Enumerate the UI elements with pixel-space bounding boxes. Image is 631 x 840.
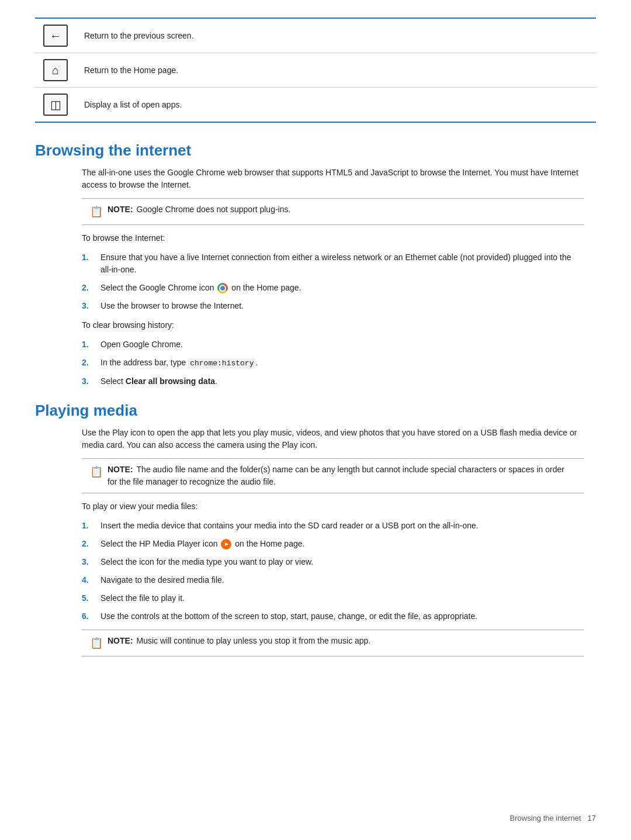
table-row: ⌂ Return to the Home page. bbox=[35, 53, 596, 88]
step-text: Open Google Chrome. bbox=[100, 338, 183, 351]
list-item: 2. In the address bar, type chrome:histo… bbox=[82, 357, 584, 369]
table-row: ◫ Display a list of open apps. bbox=[35, 88, 596, 123]
list-item: 2. Select the HP Media Player icon on th… bbox=[82, 538, 584, 550]
step-text: Insert the media device that contains yo… bbox=[100, 520, 479, 532]
step-number: 5. bbox=[82, 592, 95, 604]
list-item: 1. Ensure that you have a live Internet … bbox=[82, 251, 584, 276]
step-number: 1. bbox=[82, 520, 95, 532]
open-apps-icon: ◫ bbox=[43, 94, 68, 116]
icon-cell-back: ← bbox=[35, 18, 76, 53]
page: ← Return to the previous screen. ⌂ Retur… bbox=[0, 0, 631, 840]
note-icon: 📋 bbox=[90, 204, 103, 220]
step-number: 3. bbox=[82, 375, 95, 388]
note-content: NOTE:Music will continue to play unless … bbox=[108, 635, 370, 647]
browsing-section: Browsing the internet The all-in-one use… bbox=[35, 141, 596, 388]
note-label: NOTE: bbox=[108, 636, 133, 645]
playing-content: Use the Play icon to open the app that l… bbox=[35, 427, 596, 656]
playing-note2: 📋 NOTE:Music will continue to play unles… bbox=[82, 630, 584, 656]
step-number: 3. bbox=[82, 556, 95, 568]
step-text: Navigate to the desired media file. bbox=[100, 574, 224, 586]
step-text: Select the Google Chrome icon on the Hom… bbox=[100, 282, 301, 294]
note-text: Music will continue to play unless you s… bbox=[137, 636, 371, 645]
step-number: 1. bbox=[82, 338, 95, 351]
table-row-description: Return to the Home page. bbox=[76, 53, 596, 88]
step-number: 3. bbox=[82, 300, 95, 312]
step-number: 2. bbox=[82, 538, 95, 550]
code-snippet: chrome:history bbox=[188, 358, 255, 368]
icon-table: ← Return to the previous screen. ⌂ Retur… bbox=[35, 18, 596, 123]
step-text: Select the file to play it. bbox=[100, 592, 185, 604]
note-text: The audio file name and the folder(s) na… bbox=[108, 465, 564, 486]
bold-text: Clear all browsing data bbox=[126, 376, 215, 386]
step-text: Use the controls at the bottom of the sc… bbox=[100, 610, 477, 623]
page-footer: Browsing the internet 17 bbox=[510, 814, 596, 822]
note-text: Google Chrome does not support plug-ins. bbox=[137, 205, 291, 214]
browsing-note1: 📋 NOTE:Google Chrome does not support pl… bbox=[82, 198, 584, 225]
back-arrow-icon: ← bbox=[43, 25, 68, 47]
step-text: Select the HP Media Player icon on the H… bbox=[100, 538, 304, 550]
icon-cell-apps: ◫ bbox=[35, 88, 76, 123]
table-row: ← Return to the previous screen. bbox=[35, 18, 596, 53]
browse-steps-list: 1. Ensure that you have a live Internet … bbox=[82, 251, 584, 312]
footer-page-number: 17 bbox=[588, 814, 596, 822]
browsing-intro: The all-in-one uses the Google Chrome we… bbox=[82, 167, 584, 191]
playing-note1: 📋 NOTE:The audio file name and the folde… bbox=[82, 458, 584, 493]
to-clear-intro: To clear browsing history: bbox=[82, 319, 584, 331]
list-item: 1. Insert the media device that contains… bbox=[82, 520, 584, 532]
step-number: 2. bbox=[82, 357, 95, 369]
browsing-content: The all-in-one uses the Google Chrome we… bbox=[35, 167, 596, 388]
playing-title: Playing media bbox=[35, 402, 596, 420]
note-icon: 📋 bbox=[90, 635, 103, 651]
to-play-intro: To play or view your media files: bbox=[82, 500, 584, 513]
table-row-description: Return to the previous screen. bbox=[76, 18, 596, 53]
list-item: 3. Use the browser to browse the Interne… bbox=[82, 300, 584, 312]
list-item: 2. Select the Google Chrome icon on the … bbox=[82, 282, 584, 294]
table-row-description: Display a list of open apps. bbox=[76, 88, 596, 123]
chrome-icon bbox=[217, 283, 228, 293]
step-number: 4. bbox=[82, 574, 95, 586]
note-content: NOTE:Google Chrome does not support plug… bbox=[108, 203, 290, 216]
note-content: NOTE:The audio file name and the folder(… bbox=[108, 464, 576, 488]
play-steps-list: 1. Insert the media device that contains… bbox=[82, 520, 584, 623]
media-player-icon bbox=[221, 539, 231, 549]
note-icon: 📋 bbox=[90, 464, 103, 480]
list-item: 5. Select the file to play it. bbox=[82, 592, 584, 604]
playing-section: Playing media Use the Play icon to open … bbox=[35, 402, 596, 656]
note-label: NOTE: bbox=[108, 465, 133, 474]
step-text: Select Clear all browsing data. bbox=[100, 375, 217, 388]
step-text: In the address bar, type chrome:history. bbox=[100, 357, 258, 369]
step-number: 2. bbox=[82, 282, 95, 294]
list-item: 6. Use the controls at the bottom of the… bbox=[82, 610, 584, 623]
step-number: 1. bbox=[82, 251, 95, 264]
step-text: Ensure that you have a live Internet con… bbox=[100, 251, 584, 276]
list-item: 3. Select the icon for the media type yo… bbox=[82, 556, 584, 568]
list-item: 3. Select Clear all browsing data. bbox=[82, 375, 584, 388]
list-item: 4. Navigate to the desired media file. bbox=[82, 574, 584, 586]
browsing-title: Browsing the internet bbox=[35, 141, 596, 160]
footer-left: Browsing the internet bbox=[510, 814, 581, 822]
playing-intro: Use the Play icon to open the app that l… bbox=[82, 427, 584, 451]
to-browse-intro: To browse the Internet: bbox=[82, 232, 584, 244]
step-text: Select the icon for the media type you w… bbox=[100, 556, 313, 568]
note-label: NOTE: bbox=[108, 205, 133, 214]
home-icon: ⌂ bbox=[43, 59, 68, 81]
step-text: Use the browser to browse the Internet. bbox=[100, 300, 244, 312]
icon-cell-home: ⌂ bbox=[35, 53, 76, 88]
clear-steps-list: 1. Open Google Chrome. 2. In the address… bbox=[82, 338, 584, 388]
list-item: 1. Open Google Chrome. bbox=[82, 338, 584, 351]
step-number: 6. bbox=[82, 610, 95, 623]
